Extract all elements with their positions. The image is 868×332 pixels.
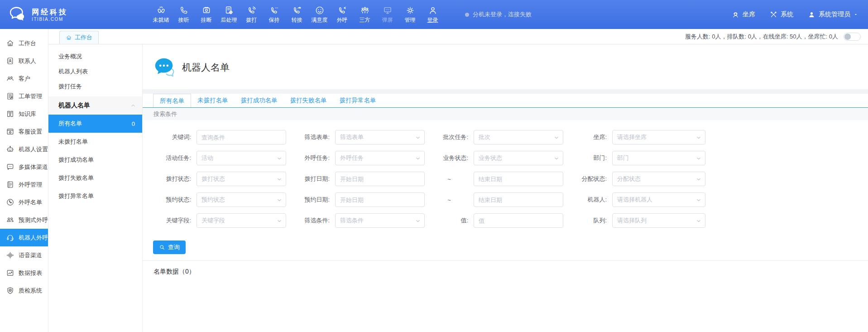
search-select-r4c1[interactable]: 预约状态 — [197, 192, 286, 207]
count-badge: 0 — [132, 120, 135, 127]
toolbar-item-label: 接听 — [178, 16, 189, 24]
toolbar-phone-transfer[interactable]: 转接 — [286, 5, 307, 24]
field-label: 批次任务: — [430, 133, 468, 141]
query-button[interactable]: 查询 — [153, 241, 186, 254]
sidebar-item-robot-settings[interactable]: 机器人设置 — [0, 140, 48, 158]
submenu-list-item-4[interactable]: 拨打异常名单 — [48, 187, 142, 205]
sidebar-item-home[interactable]: 工作台 — [0, 34, 48, 52]
search-select-r2c4[interactable]: 部门 — [612, 151, 705, 165]
search-select-r2c1[interactable]: 活动 — [197, 151, 286, 165]
search-input-r4c2[interactable] — [335, 192, 425, 207]
submenu-item-2[interactable]: 拨打任务 — [48, 79, 142, 94]
admin-user-icon — [808, 11, 815, 19]
search-select-r5c4[interactable]: 请选择队列 — [612, 213, 705, 228]
search-select-r2c3[interactable]: 业务状态 — [474, 151, 563, 165]
search-input-r5c3[interactable] — [474, 213, 563, 228]
search-select-r5c2[interactable]: 筛选条件 — [335, 213, 425, 228]
toolbar-smiley[interactable]: 满意度 — [309, 5, 330, 24]
submenu-list-item-label: 拨打失败名单 — [58, 174, 94, 182]
submenu-section-robot-list[interactable]: 机器人名单 — [48, 96, 142, 115]
toolbar-item-label: 保持 — [269, 16, 280, 24]
sidebar-item-customers[interactable]: 客户 — [0, 70, 48, 87]
toolbar-phone-answer[interactable]: 接听 — [173, 5, 194, 24]
contacts-icon — [6, 57, 14, 65]
sidebar-item-voice-channel[interactable]: 语音渠道 — [0, 246, 48, 264]
submenu-item-0[interactable]: 业务概况 — [48, 49, 142, 64]
header-menu-tools[interactable]: 系统 — [770, 10, 793, 19]
header-menu-agent[interactable]: 坐席 — [732, 10, 755, 19]
search-select-r2c2[interactable]: 外呼任务 — [335, 151, 425, 165]
search-select-r3c1[interactable]: 拨打状态 — [197, 172, 286, 186]
sidebar-item-data-report[interactable]: 数据报表 — [0, 264, 48, 282]
toolbar-item-label: 弹屏 — [382, 16, 393, 24]
submenu-list-item-1[interactable]: 未拨打名单 — [48, 133, 142, 151]
toolbar-gear[interactable]: 管理 — [399, 5, 421, 24]
smiley-icon — [315, 5, 325, 15]
search-section-title: 搜索条件 — [153, 110, 177, 118]
workspace-tab[interactable]: 工作台 — [59, 31, 99, 44]
submenu-list-item-2[interactable]: 拨打成功名单 — [48, 151, 142, 169]
toolbar-hands[interactable]: 未就绪 — [150, 5, 172, 24]
toolbar-login-user[interactable]: 登录 — [422, 5, 443, 24]
search-input-r3c3[interactable] — [474, 172, 563, 186]
search-select-r1c2[interactable]: 筛选表单 — [335, 130, 425, 144]
sidebar-item-multimedia[interactable]: 多媒体渠道 — [0, 158, 48, 176]
toolbar-doc-gear[interactable]: 后处理 — [218, 5, 240, 24]
submenu-list-item-3[interactable]: 拨打失败名单 — [48, 169, 142, 187]
search-select-r1c3[interactable]: 批次 — [474, 130, 563, 144]
header-menu-admin-user[interactable]: 系统管理员 — [808, 10, 858, 19]
toolbar-phone-outbound[interactable]: 外呼 — [331, 5, 353, 24]
select-placeholder: 活动 — [201, 154, 213, 162]
search-select-r5c1[interactable]: 关键字段 — [197, 213, 286, 228]
form-field: 关键词: — [153, 130, 292, 144]
toolbar-screen-pop[interactable]: 弹屏 — [377, 5, 398, 24]
connection-status-dot-icon — [465, 13, 469, 17]
toolbar-phone-hangup[interactable]: 挂断 — [196, 5, 217, 24]
toolbar-item-label: 转接 — [292, 16, 302, 24]
sidebar-item-quality[interactable]: 质检系统 — [0, 282, 48, 299]
search-input-r4c3[interactable] — [474, 192, 563, 207]
list-tab-1[interactable]: 未拨打名单 — [191, 94, 235, 107]
toolbar-item-label: 后处理 — [221, 16, 237, 24]
search-input-r1c1[interactable] — [197, 130, 286, 144]
field-label: 队列: — [569, 217, 607, 225]
phone-transfer-icon — [292, 5, 302, 15]
search-select-r3c4[interactable]: 分配状态 — [612, 172, 705, 186]
list-tab-0[interactable]: 所有名单 — [153, 94, 191, 107]
form-field: 关键字段: 关键字段 — [153, 213, 292, 228]
sidebar-item-outbound-mgmt[interactable]: 外呼管理 — [0, 176, 48, 193]
list-tab-2[interactable]: 拨打成功名单 — [235, 94, 284, 107]
agent-status-toggle[interactable] — [844, 33, 861, 41]
form-field: 筛选表单: 筛选表单 — [292, 130, 430, 144]
robot-outbound-icon — [6, 233, 14, 242]
toolbar-phone-dial[interactable]: 拨打 — [241, 5, 262, 24]
sidebar-item-service-settings[interactable]: 客服设置 — [0, 123, 48, 140]
robot-settings-icon — [6, 145, 14, 154]
sidebar-item-knowledge[interactable]: 知识库 — [0, 105, 48, 123]
sidebar-item-predictive[interactable]: 预测式外呼 — [0, 211, 48, 229]
sidebar-item-work-order[interactable]: 工单管理 — [0, 87, 48, 105]
list-tab-4[interactable]: 拨打异常名单 — [333, 94, 383, 107]
search-select-r1c4[interactable]: 请选择坐席 — [612, 130, 705, 144]
data-report-icon — [6, 269, 14, 277]
sidebar-item-robot-outbound[interactable]: 机器人外呼 — [0, 229, 48, 246]
search-select-r4c4[interactable]: 请选择机器人 — [612, 192, 705, 207]
form-row: 关键词: 筛选表单: 筛选表单 批次任务: 批次 坐席: 请选择坐席 — [153, 130, 868, 144]
sidebar-item-outbound-list[interactable]: 外呼名单 — [0, 193, 48, 211]
sidebar-item-contacts[interactable]: 联系人 — [0, 52, 48, 70]
submenu-item-1[interactable]: 机器人列表 — [48, 64, 142, 79]
sidebar-item-label: 外呼管理 — [19, 181, 42, 189]
toolbar-phone-hold[interactable]: 保持 — [264, 5, 285, 24]
form-field: 拨打日期: — [292, 172, 430, 186]
toolbar-three-way[interactable]: 三方 — [354, 5, 375, 24]
section-divider-strip — [143, 89, 868, 94]
field-label: 拨打状态: — [153, 175, 191, 183]
submenu-list-item-0[interactable]: 所有名单 0 — [48, 115, 142, 133]
select-placeholder: 预约状态 — [201, 196, 225, 204]
list-tab-3[interactable]: 拨打失败名单 — [284, 94, 333, 107]
three-way-icon — [360, 5, 370, 15]
toggle-knob — [844, 34, 851, 40]
search-input-r3c2[interactable] — [335, 172, 425, 186]
form-field: 预约状态: 预约状态 — [153, 192, 292, 207]
multimedia-icon — [6, 163, 14, 171]
